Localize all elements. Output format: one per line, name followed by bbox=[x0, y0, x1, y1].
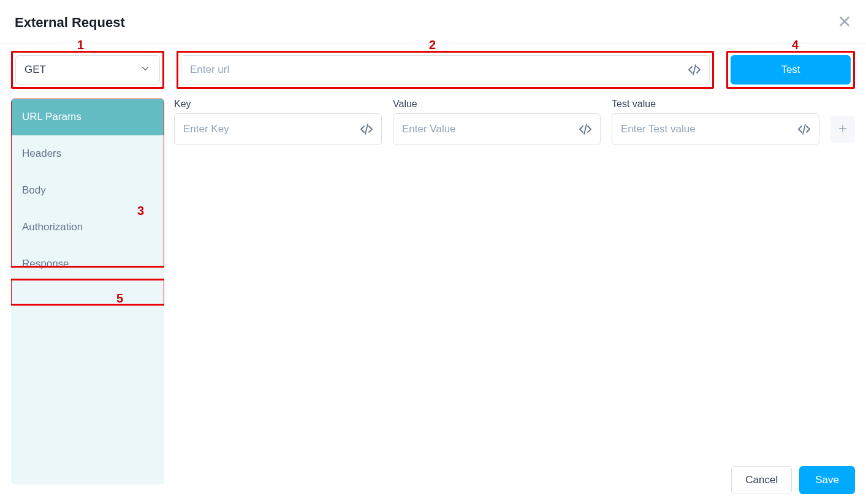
modal-footer: Cancel Save bbox=[731, 466, 855, 494]
url-box bbox=[177, 51, 714, 89]
params-content: Key Value bbox=[174, 99, 855, 145]
svg-line-5 bbox=[803, 124, 805, 134]
close-icon bbox=[838, 15, 851, 31]
svg-line-3 bbox=[365, 124, 368, 134]
testvalue-input-box bbox=[612, 113, 819, 145]
tab-authorization[interactable]: Authorization bbox=[11, 209, 164, 246]
key-label: Key bbox=[174, 99, 382, 110]
tab-headers[interactable]: Headers bbox=[11, 135, 164, 172]
param-row: Key Value bbox=[174, 99, 855, 145]
testvalue-input[interactable] bbox=[621, 114, 797, 145]
value-input-box bbox=[393, 113, 601, 145]
tab-label: Authorization bbox=[22, 221, 83, 233]
sidebar: URL Params Headers Body Authorization Re… bbox=[11, 99, 164, 484]
key-input[interactable] bbox=[183, 114, 359, 145]
testvalue-label: Test value bbox=[612, 99, 819, 110]
cancel-button[interactable]: Cancel bbox=[731, 466, 792, 494]
add-param-button[interactable] bbox=[830, 116, 855, 143]
test-button-box: Test bbox=[726, 51, 855, 89]
code-icon[interactable] bbox=[797, 122, 811, 137]
tab-label: URL Params bbox=[22, 111, 82, 122]
http-method-select[interactable]: GET bbox=[15, 55, 160, 85]
plus-icon bbox=[837, 123, 848, 136]
tab-url-params[interactable]: URL Params bbox=[11, 99, 164, 135]
svg-line-2 bbox=[693, 65, 696, 75]
chevron-down-icon bbox=[140, 63, 151, 77]
tab-label: Response bbox=[22, 258, 69, 269]
request-top-row: GET Test bbox=[0, 43, 866, 89]
param-testvalue-col: Test value bbox=[612, 99, 819, 145]
value-label: Value bbox=[393, 99, 601, 110]
sidebar-spacer bbox=[11, 282, 164, 484]
save-button[interactable]: Save bbox=[799, 466, 855, 494]
method-label: GET bbox=[25, 64, 46, 76]
tab-response[interactable]: Response bbox=[11, 246, 164, 282]
svg-line-4 bbox=[584, 124, 587, 134]
code-icon[interactable] bbox=[687, 62, 702, 77]
tab-label: Body bbox=[22, 184, 46, 196]
modal-title: External Request bbox=[15, 15, 125, 31]
tab-label: Headers bbox=[22, 148, 61, 159]
main-area: URL Params Headers Body Authorization Re… bbox=[0, 89, 866, 484]
test-button[interactable]: Test bbox=[731, 55, 851, 85]
key-input-box bbox=[174, 113, 382, 145]
param-value-col: Value bbox=[393, 99, 601, 145]
url-input-container bbox=[181, 55, 710, 85]
url-input[interactable] bbox=[190, 56, 687, 84]
param-key-col: Key bbox=[174, 99, 382, 145]
value-input[interactable] bbox=[402, 114, 578, 145]
method-select-box: GET bbox=[11, 51, 164, 89]
code-icon[interactable] bbox=[578, 122, 593, 137]
tab-body[interactable]: Body bbox=[11, 172, 164, 209]
modal-header: External Request bbox=[0, 0, 866, 43]
close-button[interactable] bbox=[838, 15, 851, 31]
code-icon[interactable] bbox=[359, 122, 374, 137]
